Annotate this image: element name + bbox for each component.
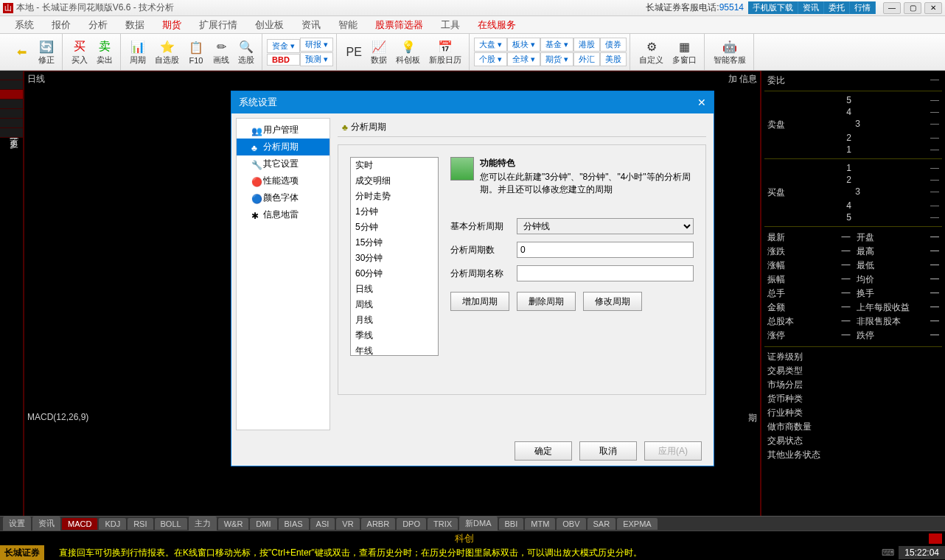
indicator-tab-DPO[interactable]: DPO	[397, 518, 426, 530]
period-option[interactable]: 季线	[351, 328, 438, 343]
menu-4[interactable]: 期货	[153, 18, 190, 32]
basic-period-select[interactable]: 分钟线	[517, 218, 694, 234]
tree-item-2[interactable]: 🔧其它设置	[237, 155, 329, 172]
close-button[interactable]: ✕	[924, 2, 942, 14]
menu-9[interactable]: 股票筛选器	[366, 18, 432, 32]
indicator-tab-BOLL[interactable]: BOLL	[155, 518, 187, 530]
hk-button[interactable]: 港股	[573, 38, 600, 52]
smartcs-button[interactable]: 🤖智能客服	[709, 37, 750, 67]
side-tab-4[interactable]: 自选股	[0, 109, 23, 119]
custom-button[interactable]: ⚙自定义	[635, 37, 668, 67]
menu-10[interactable]: 工具	[432, 18, 469, 32]
add-period-button[interactable]: 增加周期	[450, 292, 509, 311]
cycle-button[interactable]: 📊周期	[125, 37, 150, 67]
side-tab-6[interactable]: 更多	[0, 128, 23, 138]
tree-item-3[interactable]: 🔴性能选项	[237, 172, 329, 189]
indicator-tab-新DMA[interactable]: 新DMA	[459, 517, 497, 531]
side-tab-3[interactable]: 公司资讯	[0, 99, 23, 109]
period-name-input[interactable]	[517, 265, 694, 281]
period-option[interactable]: 15分钟	[351, 235, 438, 251]
period-option[interactable]: 月线	[351, 312, 438, 328]
multiwin-button[interactable]: ▦多窗口	[668, 37, 701, 67]
indicator-tab-BBI[interactable]: BBI	[499, 518, 524, 530]
minimize-button[interactable]: —	[883, 2, 901, 14]
indicator-tab-ASI[interactable]: ASI	[310, 518, 335, 530]
quick-link-quote[interactable]: 行情	[850, 1, 876, 14]
apply-button[interactable]: 应用(A)	[644, 441, 702, 461]
indicator-tab-MTM[interactable]: MTM	[525, 518, 555, 530]
side-tab-1[interactable]: 分时走势	[0, 80, 23, 90]
menu-6[interactable]: 创业板	[246, 18, 293, 32]
sell-button[interactable]: 卖卖出	[92, 37, 117, 67]
menu-2[interactable]: 分析	[80, 18, 116, 32]
dialog-titlebar[interactable]: 系统设置 ✕	[231, 91, 714, 113]
quick-link-news[interactable]: 资讯	[798, 1, 824, 14]
maximize-button[interactable]: ▢	[904, 2, 921, 14]
side-tab-5[interactable]: 综合排名	[0, 119, 23, 128]
indicator-tab-TRIX[interactable]: TRIX	[428, 518, 458, 530]
indicator-tab-BIAS[interactable]: BIAS	[279, 518, 309, 530]
delete-period-button[interactable]: 删除周期	[517, 292, 576, 311]
forex-button[interactable]: 外汇	[573, 52, 600, 66]
funds-dropdown[interactable]: 资金 ▾	[267, 39, 300, 53]
fund-dropdown[interactable]: 基金 ▾	[540, 38, 573, 52]
futures-dropdown[interactable]: 期货 ▾	[540, 52, 573, 66]
side-tab-2[interactable]: 技术分析	[0, 90, 23, 99]
indicator-tab-ARBR[interactable]: ARBR	[361, 518, 396, 530]
period-option[interactable]: 分时走势	[351, 189, 438, 204]
indicator-tab-EXPMA[interactable]: EXPMA	[617, 518, 658, 530]
drawline-button[interactable]: ✏画线	[209, 37, 234, 67]
side-tab-0[interactable]: 资讯	[0, 71, 23, 80]
scitech-button[interactable]: 💡科创板	[391, 37, 425, 67]
correct-button[interactable]: 🔄修正	[34, 37, 59, 67]
bond-button[interactable]: 债券	[600, 38, 627, 52]
period-option[interactable]: 实时	[351, 158, 438, 173]
cancel-button[interactable]: 取消	[579, 441, 637, 461]
us-button[interactable]: 美股	[600, 52, 627, 66]
research-dropdown[interactable]: 研报 ▾	[300, 38, 333, 52]
period-option[interactable]: 5分钟	[351, 220, 438, 235]
quick-link-trade[interactable]: 委托	[824, 1, 850, 14]
indicator-tab-W&R[interactable]: W&R	[218, 518, 249, 530]
forecast-dropdown[interactable]: 预测 ▾	[300, 52, 333, 66]
bbd-button[interactable]: BBD	[267, 54, 300, 66]
indicator-tab-资讯[interactable]: 资讯	[32, 517, 60, 531]
tree-item-1[interactable]: ♣分析周期	[237, 139, 329, 155]
sector-dropdown[interactable]: 板块 ▾	[507, 38, 540, 52]
indicator-tab-VR[interactable]: VR	[336, 518, 359, 530]
indicator-tab-SAR[interactable]: SAR	[587, 518, 616, 530]
menu-5[interactable]: 扩展行情	[190, 18, 246, 32]
tree-item-5[interactable]: ✱信息地雷	[237, 206, 329, 223]
period-option[interactable]: 30分钟	[351, 251, 438, 266]
keyboard-icon[interactable]: ⌨	[877, 547, 899, 558]
indicator-tab-RSI[interactable]: RSI	[128, 518, 153, 530]
tree-item-4[interactable]: 🔵颜色字体	[237, 189, 329, 206]
indicator-tab-OBV[interactable]: OBV	[557, 518, 585, 530]
market-dropdown[interactable]: 大盘 ▾	[474, 38, 507, 52]
menu-0[interactable]: 系统	[6, 18, 43, 32]
buy-button[interactable]: 买买入	[67, 37, 92, 67]
period-option[interactable]: 年线	[351, 343, 438, 356]
period-option[interactable]: 日线	[351, 281, 438, 297]
indicator-tab-MACD[interactable]: MACD	[62, 518, 97, 530]
period-option[interactable]: 成交明细	[351, 173, 438, 189]
menu-8[interactable]: 智能	[329, 18, 366, 32]
ok-button[interactable]: 确定	[515, 441, 572, 461]
menu-7[interactable]: 资讯	[293, 18, 329, 32]
menu-1[interactable]: 报价	[43, 18, 80, 32]
indicator-tab-KDJ[interactable]: KDJ	[99, 518, 126, 530]
period-count-input[interactable]	[517, 242, 694, 258]
quick-link-mobile[interactable]: 手机版下载	[748, 1, 798, 14]
data-button[interactable]: 📈数据	[366, 37, 391, 67]
tree-item-0[interactable]: 👥用户管理	[237, 122, 329, 139]
f10-button[interactable]: 📋F10	[184, 38, 209, 66]
selectstock-button[interactable]: 🔍选股	[234, 37, 259, 67]
indicator-tab-主力[interactable]: 主力	[189, 517, 217, 531]
period-option[interactable]: 60分钟	[351, 266, 438, 281]
dialog-close-button[interactable]: ✕	[697, 97, 706, 108]
menu-11[interactable]: 在线服务	[469, 18, 525, 32]
modify-period-button[interactable]: 修改周期	[583, 292, 642, 311]
newstock-button[interactable]: 📅新股日历	[425, 37, 466, 67]
pe-button[interactable]: PE	[341, 43, 366, 62]
indicator-tab-设置[interactable]: 设置	[3, 517, 31, 531]
